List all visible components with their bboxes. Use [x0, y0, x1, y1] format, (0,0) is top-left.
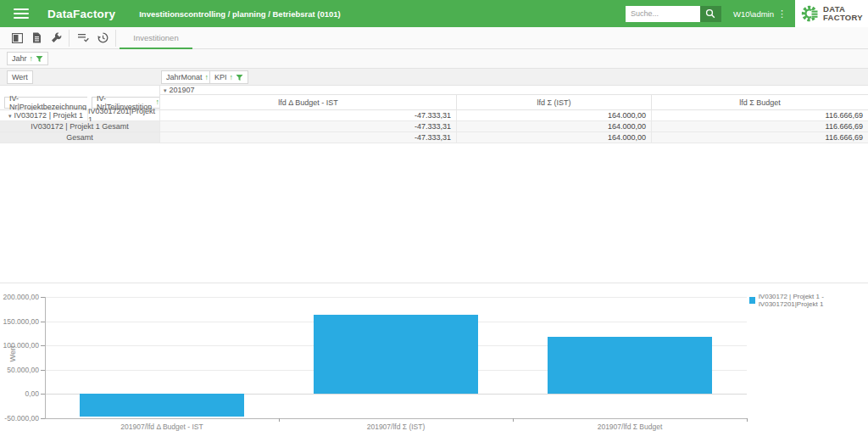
collapse-triangle-icon[interactable]: ▾	[164, 87, 167, 93]
value-cell: 164.000,00	[456, 121, 651, 132]
x-axis-label: 201907/lfd Δ Budget - IST	[45, 423, 279, 431]
chip-label: Wert	[12, 73, 28, 81]
sort-asc-icon[interactable]: ↑	[230, 74, 234, 81]
bar[interactable]	[80, 394, 243, 417]
y-tick-label: 100.000,00	[0, 341, 39, 350]
pivot-table: ▾ 201907 IV-Nr|Projektbezeichnung ↑ IV-N…	[0, 86, 868, 143]
app-title: DataFactory	[47, 8, 115, 20]
field-chip-jahr[interactable]: Jahr ↑	[7, 52, 48, 65]
y-tick-label: 0,00	[0, 389, 39, 398]
grandtotal-label: Gesamt	[0, 132, 159, 143]
y-axis-line	[45, 297, 46, 418]
group-header-label: 201907	[170, 86, 195, 94]
tab-label: Investitionen	[133, 33, 178, 42]
value-cell: 116.666,69	[651, 121, 868, 132]
brand-logo: DATA FACTORY	[795, 0, 868, 27]
column-header[interactable]: lfd Σ (IST)	[456, 95, 651, 110]
search-box	[626, 6, 721, 22]
value-cell: -47.333,31	[159, 121, 456, 132]
menu-icon[interactable]	[14, 8, 29, 19]
x-axis-line	[45, 418, 747, 419]
value-cell: -47.333,31	[159, 110, 456, 121]
toolbar-separator	[69, 30, 70, 47]
toolbar-separator	[115, 30, 116, 47]
report-panel-icon[interactable]	[8, 30, 26, 47]
y-tick-label: -50.000,00	[0, 414, 39, 423]
sort-asc-icon[interactable]: ↑	[30, 55, 34, 63]
x-axis-label: 201907/lfd Σ (IST)	[279, 423, 513, 431]
x-tick-mark	[747, 418, 748, 422]
table-row-grandtotal: Gesamt -47.333,31 164.000,00 116.666,69	[0, 132, 868, 143]
bar[interactable]	[548, 337, 711, 394]
document-icon[interactable]	[28, 30, 46, 47]
chip-label: JahrMonat	[166, 73, 203, 81]
row-label: IV030172 | Projekt 1	[14, 111, 83, 120]
legend-label: IV030172 | Projekt 1 - IV03017201|Projek…	[759, 293, 868, 308]
filter-row-columns: Wert JahrMonat ↑ KPI ↑	[0, 69, 868, 86]
x-tick-mark	[513, 418, 514, 422]
y-tick-label: 200.000,00	[0, 293, 39, 301]
chip-label: KPI	[214, 73, 227, 81]
value-cell: 164.000,00	[456, 110, 651, 121]
bar[interactable]	[314, 315, 477, 394]
column-group-header[interactable]: ▾ 201907	[159, 86, 868, 95]
gridline	[45, 297, 747, 298]
history-icon[interactable]	[94, 30, 112, 47]
bar-chart: Wert 200.000,00150.000,00100.000,0050.00…	[0, 283, 868, 431]
filter-row-year: Jahr ↑	[0, 49, 868, 69]
column-header[interactable]: lfd Δ Budget - IST	[159, 95, 456, 110]
value-cell: 116.666,69	[651, 132, 868, 143]
chart-legend-item[interactable]: IV030172 | Projekt 1 - IV03017201|Projek…	[749, 293, 868, 308]
value-cell: -47.333,31	[159, 132, 456, 143]
subtotal-label: IV030172 | Projekt 1 Gesamt	[0, 121, 159, 132]
chip-label: Jahr	[12, 54, 27, 63]
sort-asc-icon[interactable]: ↑	[205, 74, 209, 81]
table-row-subtotal: IV030172 | Projekt 1 Gesamt -47.333,31 1…	[0, 121, 868, 132]
chip-label: IV-Nr|Projektbezeichnung	[9, 94, 87, 111]
y-tick-label: 50.000,00	[0, 366, 39, 374]
row-header-cell: IV-Nr|Projektbezeichnung ↑	[0, 95, 87, 110]
y-tick-label: 150.000,00	[0, 317, 39, 326]
user-menu-kebab-icon[interactable]: ⋮	[777, 9, 787, 19]
search-button[interactable]	[700, 6, 721, 22]
filter-funnel-icon[interactable]	[36, 55, 43, 63]
value-cell: 164.000,00	[456, 132, 651, 143]
x-tick-mark	[279, 418, 280, 422]
user-name[interactable]: W10\admin	[733, 9, 774, 19]
table-row: ▾ IV030172 | Projekt 1 IV03017201|Projek…	[0, 110, 868, 121]
logo-text-line2: FACTORY	[823, 14, 863, 22]
tab-investitionen[interactable]: Investitionen	[120, 27, 192, 49]
collapse-triangle-icon[interactable]: ▾	[8, 113, 12, 119]
row-header-project[interactable]: ▾ IV030172 | Projekt 1	[0, 110, 87, 121]
legend-swatch	[749, 297, 755, 304]
wrench-icon[interactable]	[47, 30, 65, 47]
toolbar: Investitionen	[0, 27, 868, 49]
row-header-subinvestment: IV03017201|Projekt 1	[87, 110, 159, 121]
search-input[interactable]	[626, 6, 700, 22]
list-check-icon[interactable]	[75, 30, 92, 47]
chart-plot-layer: 200.000,00150.000,00100.000,0050.000,000…	[0, 283, 868, 431]
field-chip-wert[interactable]: Wert	[7, 70, 33, 84]
filter-funnel-icon[interactable]	[236, 74, 243, 81]
breadcrumb: Investitionscontrolling / planning / Bet…	[139, 9, 341, 19]
search-icon	[705, 8, 715, 19]
value-cell: 116.666,69	[651, 110, 868, 121]
x-axis-label: 201907/lfd Σ Budget	[513, 423, 747, 431]
field-chip-kpi[interactable]: KPI ↑	[209, 70, 248, 84]
column-header[interactable]: lfd Σ Budget	[651, 95, 868, 110]
gear-logo-icon	[800, 3, 821, 24]
app-header: DataFactory Investitionscontrolling / pl…	[0, 0, 868, 27]
